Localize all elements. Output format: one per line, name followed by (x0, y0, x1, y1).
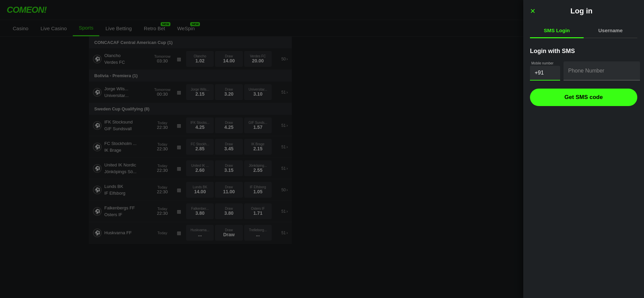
login-subtitle: Login with SMS (530, 48, 637, 55)
get-sms-code-button[interactable]: Get SMS code (530, 89, 637, 106)
close-button[interactable]: ✕ (530, 7, 536, 15)
mobile-number-label: Mobile number (530, 61, 560, 65)
country-code-input[interactable] (530, 66, 560, 81)
login-tabs: SMS LoginUsername (530, 23, 637, 38)
login-panel: ✕ Log in SMS LoginUsername Login with SM… (523, 0, 644, 298)
login-tab-username[interactable]: Username (584, 23, 637, 38)
phone-input-row: Mobile number (530, 61, 637, 81)
login-tab-sms[interactable]: SMS Login (530, 23, 584, 38)
login-header: ✕ Log in (530, 7, 637, 15)
phone-number-input[interactable] (564, 61, 640, 81)
login-title: Log in (536, 7, 627, 15)
